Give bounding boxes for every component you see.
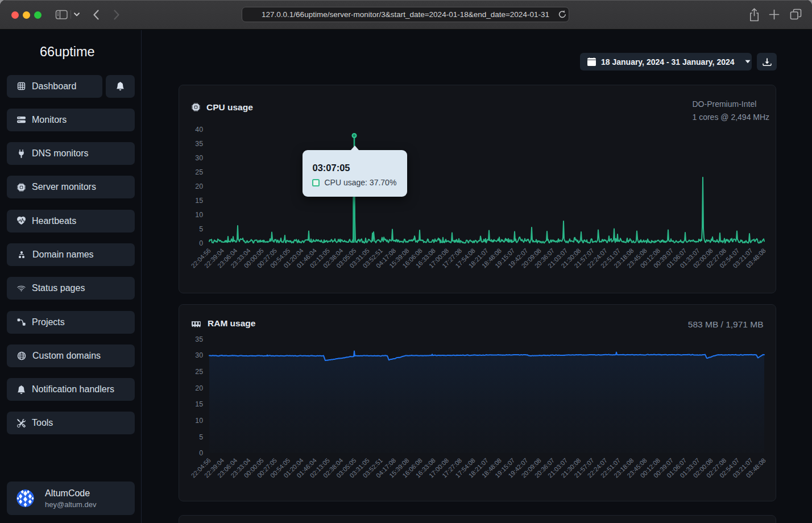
svg-text:10: 10 [195, 417, 203, 425]
svg-text:0: 0 [199, 449, 203, 457]
svg-text:35: 35 [195, 140, 203, 148]
svg-text:20: 20 [195, 384, 203, 392]
svg-text:35: 35 [195, 335, 203, 343]
svg-text:30: 30 [195, 351, 203, 359]
svg-text:25: 25 [195, 168, 203, 176]
svg-text:5: 5 [199, 433, 203, 441]
svg-text:20: 20 [195, 182, 203, 190]
svg-text:10: 10 [195, 211, 203, 219]
svg-text:15: 15 [195, 400, 203, 408]
svg-text:25: 25 [195, 368, 203, 376]
svg-text:30: 30 [195, 154, 203, 162]
svg-text:40: 40 [195, 126, 203, 134]
svg-text:15: 15 [195, 197, 203, 205]
svg-text:5: 5 [199, 225, 203, 233]
svg-text:0: 0 [199, 239, 203, 247]
